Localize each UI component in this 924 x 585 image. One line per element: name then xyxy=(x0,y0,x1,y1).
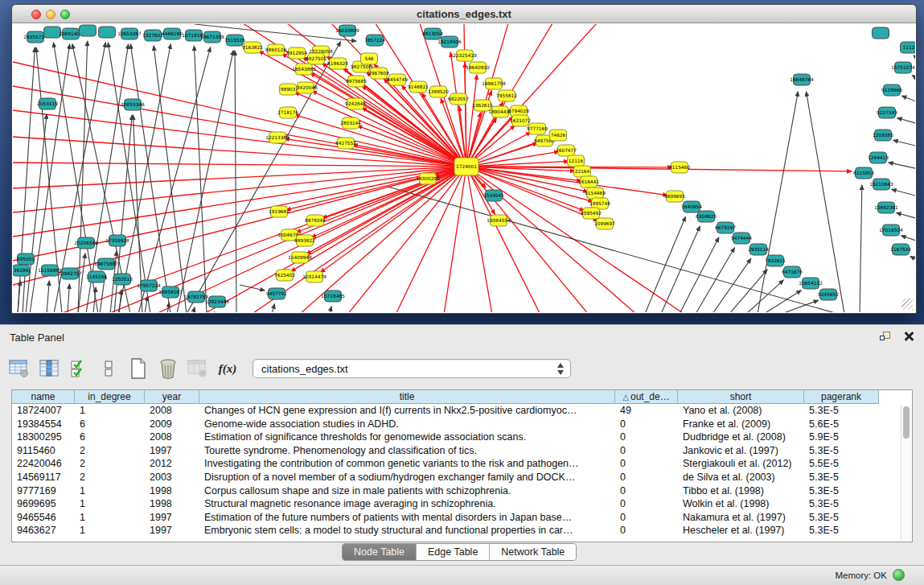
graph-node[interactable]: 19975887 xyxy=(94,258,118,270)
graph-node[interactable]: 8912954 xyxy=(286,47,307,59)
table-mode-button[interactable] xyxy=(97,357,120,380)
graph-node[interactable]: 8186328 xyxy=(327,58,348,69)
graph-node[interactable]: 9975685 xyxy=(346,76,367,87)
graph-node[interactable]: 9227343 xyxy=(877,107,897,118)
graph-node[interactable]: 1099697 xyxy=(594,218,615,229)
graph-node[interactable]: 12923448 xyxy=(205,296,229,307)
graph-node[interactable]: 9129966 xyxy=(881,84,902,96)
tab-node-table[interactable]: Node Table xyxy=(343,544,417,560)
graph-node[interactable]: 1534545 xyxy=(483,190,504,201)
graph-node[interactable]: 7515526 xyxy=(224,35,245,46)
table-row[interactable]: 1938455462009Genome-wide association stu… xyxy=(12,418,901,431)
graph-node[interactable]: 935051 xyxy=(17,253,35,265)
table-row[interactable]: 911546021997Tourette syndrome. Phenomeno… xyxy=(12,444,901,458)
vertical-scrollbar[interactable] xyxy=(901,405,911,540)
graph-node[interactable]: 2803144 xyxy=(340,117,361,129)
graph-node[interactable]: 22164 xyxy=(574,166,591,177)
graph-node[interactable]: 16543882 xyxy=(292,64,316,75)
select-apply-button[interactable] xyxy=(68,357,90,380)
table-row[interactable]: 2242004622012Investigating the contribut… xyxy=(12,457,901,471)
column-header-pagerank[interactable]: pagerank xyxy=(804,390,879,404)
graph-node[interactable]: 546 xyxy=(361,53,378,64)
tab-edge-table[interactable]: Edge Table xyxy=(417,544,490,560)
column-header-in_degree[interactable]: in_degree xyxy=(75,390,145,404)
delete-column-button[interactable] xyxy=(157,357,179,380)
create-column-button[interactable] xyxy=(127,357,150,380)
column-header-year[interactable]: year xyxy=(145,390,199,404)
graph-node[interactable]: 8595492 xyxy=(581,208,602,219)
graph-node[interactable]: 1616441 xyxy=(578,176,599,187)
table-row[interactable]: 946554611997Estimation of the future num… xyxy=(12,511,901,525)
memory-indicator-icon[interactable] xyxy=(893,569,905,581)
graph-node[interactable]: 1388520 xyxy=(428,86,449,97)
table-row[interactable]: 946362711997Embryonic stem cells: a mode… xyxy=(12,524,901,538)
graph-node[interactable]: 17016504 xyxy=(879,225,903,236)
graph-node[interactable]: 18300295 xyxy=(416,173,440,184)
column-header-short[interactable]: short xyxy=(678,390,804,404)
graph-node[interactable]: 7955812 xyxy=(496,90,517,101)
graph-node[interactable]: 17957224 xyxy=(137,280,161,291)
network-canvas[interactable]: 2435572420691406106532671327602646616010… xyxy=(13,24,915,312)
graph-node[interactable]: 1112 xyxy=(901,42,916,53)
column-header-out_de[interactable]: △out_de… xyxy=(615,390,678,404)
graph-node[interactable]: 16961758 xyxy=(482,78,506,89)
resize-grip[interactable] xyxy=(901,299,913,310)
graph-node[interactable] xyxy=(99,27,116,38)
graph-node[interactable]: 74626 xyxy=(550,130,567,141)
function-builder-button[interactable]: f(x) xyxy=(216,357,239,380)
graph-node[interactable]: 23420046 xyxy=(294,82,318,93)
graph-node[interactable]: 2935114 xyxy=(748,244,769,255)
graph-node[interactable]: 1724001 xyxy=(454,158,478,175)
graph-node[interactable]: 19958187 xyxy=(158,286,183,298)
graph-node[interactable]: 8860128 xyxy=(265,44,286,56)
graph-node[interactable]: 7932621 xyxy=(765,255,786,266)
graph-node[interactable]: 16210643 xyxy=(869,179,893,190)
graph-node[interactable]: 1607477 xyxy=(556,145,577,156)
graph-node[interactable]: 9699695 xyxy=(664,191,685,202)
tab-network-table[interactable]: Network Table xyxy=(490,544,576,560)
graph-node[interactable]: 9146821 xyxy=(408,81,429,93)
graph-node[interactable]: 9115460 xyxy=(669,162,690,173)
table-row[interactable]: 1830029562008Estimation of significance … xyxy=(12,431,901,444)
table-options-button[interactable] xyxy=(8,357,31,380)
graph-node[interactable]: 2053119 xyxy=(37,98,58,109)
graph-node[interactable]: 15718485 xyxy=(321,290,345,302)
graph-node[interactable]: 9163822 xyxy=(242,42,263,53)
close-panel-icon[interactable] xyxy=(903,331,914,342)
graph-node[interactable]: 16033809 xyxy=(335,25,359,36)
graph-node[interactable]: 20053346 xyxy=(121,99,145,110)
graph-node[interactable]: 6679197 xyxy=(715,222,736,233)
graph-node[interactable]: 6466160 xyxy=(162,28,183,39)
graph-node[interactable] xyxy=(80,25,97,36)
graph-node[interactable]: 9777169 xyxy=(527,123,548,134)
graph-node[interactable]: 6822057 xyxy=(448,93,469,105)
graph-node[interactable]: 19384554 xyxy=(487,215,511,226)
graph-node[interactable]: 1209385 xyxy=(873,130,893,141)
graph-node[interactable]: 9457791 xyxy=(266,288,287,299)
graph-node[interactable]: 1640954 xyxy=(681,201,702,212)
graph-node[interactable]: 8813054 xyxy=(422,28,443,39)
graph-node[interactable]: 9154469 xyxy=(585,187,606,199)
graph-node[interactable]: 12942757 xyxy=(58,268,82,279)
delete-table-button[interactable] xyxy=(187,357,209,380)
graph-node[interactable]: 7857224 xyxy=(364,35,385,46)
graph-node[interactable]: 15751074 xyxy=(891,62,915,73)
graph-node[interactable]: 20206586 xyxy=(74,237,98,249)
graph-node[interactable]: 15892391 xyxy=(874,202,898,213)
graph-node[interactable]: 10654112 xyxy=(799,278,823,289)
graph-node[interactable]: 1145194 xyxy=(86,271,107,282)
graph-node[interactable]: 2718176 xyxy=(277,107,298,118)
table-row[interactable]: 977716911998Corpus callosum shape and si… xyxy=(12,484,901,498)
graph-node[interactable]: 98903 xyxy=(280,84,297,95)
graph-node[interactable]: 16648784 xyxy=(790,74,814,85)
graph-node[interactable]: 1327602 xyxy=(142,30,163,41)
graph-node[interactable]: 8358923 xyxy=(696,211,717,222)
graph-node[interactable]: 12213389 xyxy=(265,132,290,143)
column-header-title[interactable]: title xyxy=(199,390,615,404)
scrollbar-thumb[interactable] xyxy=(903,406,910,439)
table-selector-dropdown[interactable]: citations_edges.txt xyxy=(253,359,571,378)
table-row[interactable]: 1456911722003Disruption of a novel membe… xyxy=(12,471,901,484)
graph-node[interactable]: 10314479 xyxy=(302,271,326,282)
graph-node[interactable]: 8454749 xyxy=(387,74,408,85)
graph-node[interactable]: 11409948 xyxy=(288,252,312,263)
